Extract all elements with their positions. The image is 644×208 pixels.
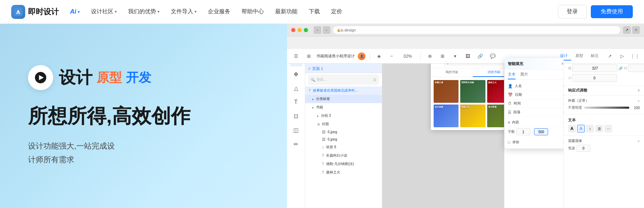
back-button[interactable]: ‹ [314,26,321,34]
ai-option-name[interactable]: 👤 人名 › [508,82,564,91]
book-item[interactable]: 荒野野生动物 [460,80,485,103]
book-item[interactable]: 电影人生 [460,105,485,127]
nav-item-community[interactable]: 设计社区 ▾ [85,5,122,18]
responsive-section-header[interactable]: 响应式调整 ∨ [564,86,644,95]
page-item-1[interactable]: ✓ 页面 1 [305,64,382,73]
url-bar[interactable]: 🔒 js.design [333,26,620,34]
chevron-right-icon: › [563,84,564,88]
image-button[interactable]: 🖼 [463,51,472,61]
align-center-button[interactable]: A [577,125,585,132]
nav-item-download[interactable]: 下载 [303,5,326,18]
book-item[interactable]: 追日者踏 [434,105,458,127]
ai-option-date[interactable]: 📅 日期 › [508,91,564,99]
logo[interactable]: 即时设计 [11,5,59,19]
zoom-level[interactable]: 02% [399,54,416,59]
tool-pen[interactable]: ✏ [290,138,302,150]
nav-item-import[interactable]: 文件导入 ▾ [165,5,202,18]
login-button[interactable]: 登录 [558,5,587,19]
forward-button[interactable]: › [323,26,330,34]
layer-label: 分组 3 [321,113,331,118]
ai-tab-image[interactable]: 图片 [520,72,528,79]
image-type-icon: 🖼 [322,130,326,134]
link-button[interactable]: 🔗 [475,51,485,61]
close-dot[interactable] [291,28,295,32]
layers-panel: 页数：1 + ∧ ✓ 页面 1 🔍 搜索... ☰ [305,51,382,208]
ai-option-paragraph[interactable]: ☰ 段落 › [508,108,564,117]
share-icon[interactable]: ↗ [605,51,615,61]
maximize-dot[interactable] [304,28,308,32]
more-tools[interactable]: ▾ [450,51,460,61]
layer-item[interactable]: T 森林之火 [305,168,382,177]
ai-option-content-item[interactable]: ≡ 内容 › [508,118,564,127]
layer-item[interactable]: ⊕ 封面 [305,120,382,128]
select-button[interactable]: ⊕ [425,51,435,61]
minimize-dot[interactable] [298,28,302,32]
ai-option-time[interactable]: ⏱ 时间 › [508,99,564,108]
layer-item[interactable]: T 德勒·凡尔纳斯(法) [305,160,382,168]
nav-item-enterprise[interactable]: 企业服务 [202,5,236,18]
rotate-input[interactable] [572,74,617,82]
ai-menu-trigger[interactable]: Ai ▾ [67,7,83,17]
nav-item-help[interactable]: 帮助中心 [236,5,270,18]
opacity-slider[interactable] [584,107,629,109]
nav-item-features[interactable]: 最新功能 [270,5,303,18]
tool-component[interactable]: ◫ [290,124,302,136]
tool-frame[interactable]: △ [290,82,302,94]
ai-popup-close-button[interactable]: × [561,61,564,66]
layer-item[interactable]: 🖼 6.jpeg [305,136,382,143]
tool-text[interactable]: T [290,96,302,108]
play-icon-btn[interactable]: ▷ [617,51,627,61]
tool-image[interactable]: ⊡ [290,110,302,122]
layer-item[interactable]: T 长篇科幻小说 [305,151,382,160]
bookmark-button[interactable]: ☆ [632,26,640,34]
component-button[interactable]: ◈ [374,51,384,61]
comment-button[interactable]: 💬 [488,51,498,61]
frame-button[interactable]: ⊞ [438,51,447,61]
tool-move[interactable]: ✥ [290,68,302,80]
book-item[interactable]: 深邃之城 [434,80,458,103]
layer-item[interactable]: ▸ 分类标签 [305,95,382,103]
layers-list: T 故事叙述在美国南北战争时... ▸ 分类标签 ▸ 书籍 [305,86,382,208]
ai-tab-text[interactable]: 文本 [508,72,516,79]
layer-item[interactable]: T 故事叙述在美国南北战争时... [305,86,382,95]
free-trial-button[interactable]: 免费使用 [591,5,633,18]
minus-button[interactable]: − [387,51,397,61]
review-icon: □ [508,140,510,144]
text-spacing-button[interactable]: ↕ [586,125,594,132]
ai-option-review[interactable]: □ 评价 › [508,138,564,146]
layer-item[interactable]: □ 矩形 8 [305,143,382,151]
text-align-right-button[interactable]: ☰ [595,125,603,132]
stroke-input[interactable] [576,145,590,152]
hero-badge-sub1: 原型 [97,69,122,86]
hero-desc: 设计功能强大,一站完成设 计师所有需求 [28,139,259,167]
search-bar[interactable]: 🔍 搜索... ☰ [308,74,379,85]
share-button[interactable]: ↗ [623,26,631,34]
pages-button[interactable]: ⊞ [304,51,314,61]
search-placeholder: 搜索... [316,77,326,82]
canvas-area[interactable]: -406 -309 -200 -100 54 200 9:41 [382,51,564,208]
layers-filter-icon[interactable]: ☰ [373,78,376,82]
tab-annotation[interactable]: 标注 [587,52,602,60]
layer-item[interactable]: ▸ 分组 3 [305,112,382,120]
hero-badge: 设计 原型 开发 [28,65,259,90]
hero-badge-labels: 设计 原型 开发 [59,66,151,89]
nav-item-pricing[interactable]: 定价 [326,5,348,18]
ai-popup-tabs: 文本 图片 [504,70,564,80]
more-options[interactable]: ⋮⋮ [630,51,640,61]
group-type-icon: ▸ [312,97,314,101]
word-count-from-input[interactable] [516,128,530,135]
user-avatar: 👤 [358,52,365,60]
layer-item[interactable]: ▸ 书籍 [305,103,382,112]
word-count-to-input[interactable] [534,128,548,135]
layer-label: 矩形 8 [326,145,336,150]
nav-item-advantage[interactable]: 我们的优势 ▾ [122,5,165,18]
inner-tab-bookshelf[interactable]: 我的书架 [431,68,473,77]
book-grid: 深邃之城 荒野野生动物 森林之火 追日者踏 [431,77,515,130]
layer-item[interactable]: 🖼 6.jpeg [305,128,382,136]
more-text-options-button[interactable]: ⋯ [604,125,612,132]
align-left-button[interactable]: A [568,125,576,132]
h-input[interactable] [628,64,644,72]
tab-prototype[interactable]: 原型 [572,52,587,60]
w-input[interactable] [572,64,617,72]
menu-button[interactable]: ☰ [291,51,301,61]
